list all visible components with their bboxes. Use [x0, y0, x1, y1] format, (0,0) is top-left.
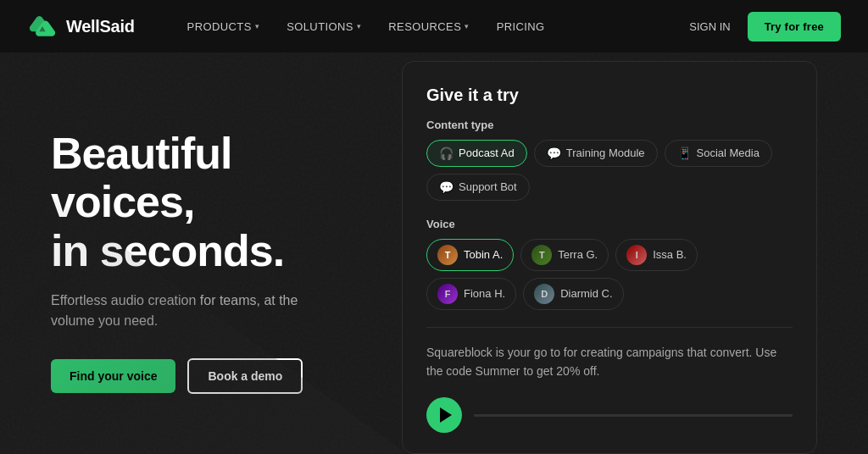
logo[interactable]: WellSaid — [27, 14, 135, 38]
support-icon: 💬 — [439, 180, 453, 194]
voice-label: Voice — [426, 218, 793, 230]
player-bar — [426, 397, 793, 433]
card-title: Give it a try — [426, 86, 793, 105]
navbar: WellSaid PRODUCTS ▾ SOLUTIONS ▾ RESOURCE… — [0, 0, 868, 53]
hero-buttons: Find your voice Book a demo — [51, 358, 368, 394]
nav-products[interactable]: PRODUCTS ▾ — [175, 14, 272, 40]
avatar-fiona: F — [437, 284, 458, 304]
content-chip-podcast[interactable]: 🎧 Podcast Ad — [426, 140, 527, 167]
nav-resources[interactable]: RESOURCES ▾ — [376, 14, 481, 40]
chat-icon: 💬 — [547, 147, 561, 160]
content-type-label: Content type — [426, 119, 793, 131]
avatar-terra: T — [531, 245, 552, 265]
voice-chip-fiona[interactable]: F Fiona H. — [426, 278, 516, 310]
progress-track[interactable] — [474, 414, 793, 417]
phone-icon: 📱 — [677, 147, 692, 160]
logo-text: WellSaid — [66, 17, 135, 36]
content-chip-social[interactable]: 📱 Social Media — [665, 140, 772, 167]
hero-headline: Beautiful voices,in seconds. — [51, 130, 368, 275]
avatar-tobin: T — [437, 245, 458, 265]
content-types: 🎧 Podcast Ad 💬 Training Module 📱 Social … — [426, 140, 793, 201]
play-icon — [440, 407, 452, 423]
hero-subline: Effortless audio creation for teams, at … — [51, 291, 339, 331]
hero-right: Give it a try Content type 🎧 Podcast Ad … — [402, 53, 817, 454]
voice-chip-issa[interactable]: I Issa B. — [615, 239, 698, 271]
voice-chip-tobin[interactable]: T Tobin A. — [426, 239, 514, 271]
chevron-down-icon: ▾ — [465, 22, 469, 30]
voice-chip-diarmid[interactable]: D Diarmid C. — [523, 278, 623, 310]
nav-pricing[interactable]: PRICING — [485, 14, 557, 40]
find-voice-button[interactable]: Find your voice — [51, 359, 175, 393]
content-chip-support[interactable]: 💬 Support Bot — [426, 174, 530, 201]
chevron-down-icon: ▾ — [255, 22, 259, 30]
hero-section: Beautiful voices,in seconds. Effortless … — [0, 53, 868, 454]
voices: T Tobin A. T Terra G. I Issa B. F Fiona … — [426, 239, 793, 310]
voice-chip-terra[interactable]: T Terra G. — [520, 239, 609, 271]
chevron-down-icon: ▾ — [357, 22, 361, 30]
hero-left: Beautiful voices,in seconds. Effortless … — [51, 113, 402, 394]
preview-text: Squareblock is your go to for creating c… — [426, 327, 793, 381]
sign-in-button[interactable]: SIGN IN — [686, 14, 733, 40]
nav-right: SIGN IN Try for free — [686, 12, 841, 42]
avatar-diarmid: D — [534, 284, 554, 304]
book-demo-button[interactable]: Book a demo — [187, 358, 303, 394]
nav-links: PRODUCTS ▾ SOLUTIONS ▾ RESOURCES ▾ PRICI… — [175, 14, 659, 40]
nav-solutions[interactable]: SOLUTIONS ▾ — [275, 14, 373, 40]
play-button[interactable] — [426, 397, 462, 433]
content-chip-training[interactable]: 💬 Training Module — [534, 140, 658, 167]
logo-icon — [27, 14, 58, 38]
avatar-issa: I — [626, 245, 647, 265]
headphones-icon: 🎧 — [439, 147, 453, 160]
try-card: Give it a try Content type 🎧 Podcast Ad … — [402, 61, 817, 454]
try-free-button[interactable]: Try for free — [748, 12, 841, 42]
